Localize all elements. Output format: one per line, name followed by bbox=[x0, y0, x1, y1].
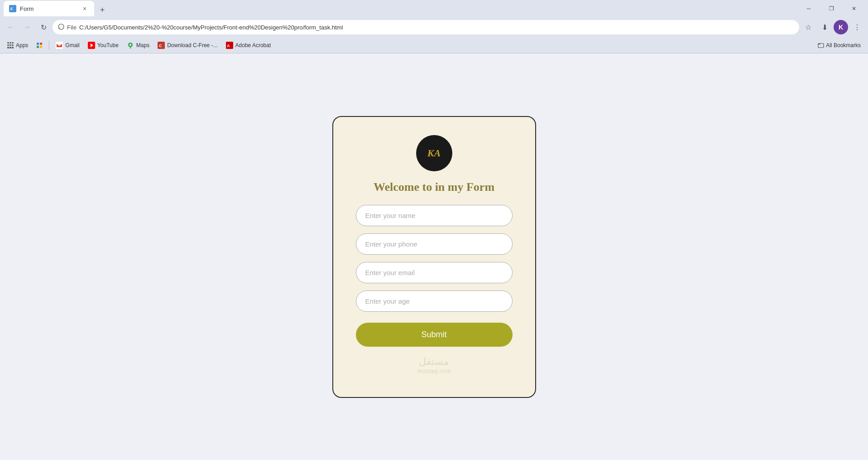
svg-rect-7 bbox=[40, 46, 42, 48]
logo-circle: KA bbox=[416, 135, 452, 171]
new-tab-button[interactable]: + bbox=[96, 4, 109, 16]
youtube-label: YouTube bbox=[97, 42, 119, 48]
close-button[interactable]: ✕ bbox=[844, 1, 864, 16]
star-button[interactable]: ☆ bbox=[801, 20, 815, 34]
page-content: KA Welcome to in my Form Submit مستقل mo… bbox=[0, 53, 868, 460]
tab-bar: F Form × + bbox=[4, 1, 796, 16]
bookmark-gmail[interactable]: Gmail bbox=[52, 40, 83, 51]
svg-rect-4 bbox=[37, 43, 39, 45]
all-bookmarks-link[interactable]: All Bookmarks bbox=[814, 40, 864, 50]
bookmark-maps[interactable]: Maps bbox=[123, 40, 153, 51]
age-input[interactable] bbox=[356, 291, 513, 312]
file-label: File bbox=[67, 24, 77, 31]
svg-text:F: F bbox=[10, 7, 13, 11]
bookmark-adobe-acrobat[interactable]: A Adobe Acrobat bbox=[222, 40, 275, 51]
bookmark-apps[interactable]: Apps bbox=[4, 40, 32, 50]
adobe-label: Adobe Acrobat bbox=[235, 42, 271, 48]
logo-a: A bbox=[434, 147, 441, 159]
svg-text:i: i bbox=[60, 25, 61, 29]
extensions-icon bbox=[36, 42, 43, 48]
apps-label: Apps bbox=[16, 42, 28, 48]
form-card: KA Welcome to in my Form Submit مستقل mo… bbox=[332, 116, 536, 398]
bookmarks-bar: Apps Gmail bbox=[0, 37, 868, 53]
maps-icon bbox=[127, 42, 134, 49]
tab-close-button[interactable]: × bbox=[81, 5, 89, 13]
tab-favicon: F bbox=[9, 5, 16, 12]
menu-button[interactable]: ⋮ bbox=[850, 20, 864, 34]
title-bar: F Form × + ─ ❐ ✕ bbox=[0, 0, 868, 17]
forward-button[interactable]: → bbox=[20, 20, 34, 34]
file-icon: i bbox=[58, 24, 64, 31]
back-button[interactable]: ← bbox=[4, 20, 18, 34]
cfree-label: Download C-Free -... bbox=[167, 42, 217, 48]
gmail-icon bbox=[56, 42, 63, 49]
all-bookmarks-label: All Bookmarks bbox=[826, 42, 861, 48]
active-tab[interactable]: F Form × bbox=[4, 1, 94, 16]
tab-title: Form bbox=[20, 5, 34, 12]
svg-rect-6 bbox=[37, 46, 39, 48]
svg-rect-5 bbox=[40, 43, 42, 45]
address-text: C:/Users/G5/Documents/2%20-%20course/MyP… bbox=[79, 24, 794, 31]
maps-label: Maps bbox=[136, 42, 149, 48]
svg-point-12 bbox=[129, 44, 131, 46]
welcome-title: Welcome to in my Form bbox=[374, 180, 494, 194]
gmail-label: Gmail bbox=[65, 42, 79, 48]
maximize-button[interactable]: ❐ bbox=[821, 1, 842, 16]
navigation-bar: ← → ↻ i File C:/Users/G5/Documents/2%20-… bbox=[0, 17, 868, 37]
email-input[interactable] bbox=[356, 262, 513, 283]
adobe-icon: A bbox=[226, 42, 233, 49]
name-input[interactable] bbox=[356, 205, 513, 226]
bookmarks-folder-icon bbox=[818, 42, 824, 48]
youtube-icon bbox=[88, 42, 95, 49]
window-controls: ─ ❐ ✕ bbox=[798, 1, 864, 16]
svg-text:A: A bbox=[227, 44, 230, 48]
phone-input[interactable] bbox=[356, 233, 513, 255]
watermark-url: mostaql.com bbox=[417, 368, 451, 374]
bookmark-youtube[interactable]: YouTube bbox=[84, 40, 122, 51]
profile-avatar[interactable]: K bbox=[834, 20, 848, 34]
logo-text: KA bbox=[427, 147, 441, 159]
watermark: مستقل mostaql.com bbox=[417, 356, 451, 374]
minimize-button[interactable]: ─ bbox=[798, 1, 819, 16]
watermark-arabic: مستقل bbox=[417, 356, 451, 368]
bookmark-download-cfree[interactable]: C Download C-Free -... bbox=[154, 40, 221, 51]
logo-k: K bbox=[427, 147, 434, 159]
browser-window: F Form × + ─ ❐ ✕ ← → ↻ i File bbox=[0, 0, 868, 460]
submit-button[interactable]: Submit bbox=[356, 323, 513, 347]
download-button[interactable]: ⬇ bbox=[817, 20, 832, 34]
apps-grid-icon bbox=[7, 42, 14, 48]
bookmarks-divider bbox=[49, 41, 49, 50]
refresh-button[interactable]: ↻ bbox=[36, 20, 51, 34]
bookmark-extensions[interactable] bbox=[33, 40, 46, 50]
nav-right-controls: ☆ ⬇ K ⋮ bbox=[801, 20, 864, 34]
svg-text:C: C bbox=[159, 44, 162, 48]
cfree-icon: C bbox=[158, 42, 165, 49]
address-bar[interactable]: i File C:/Users/G5/Documents/2%20-%20cou… bbox=[53, 20, 799, 34]
